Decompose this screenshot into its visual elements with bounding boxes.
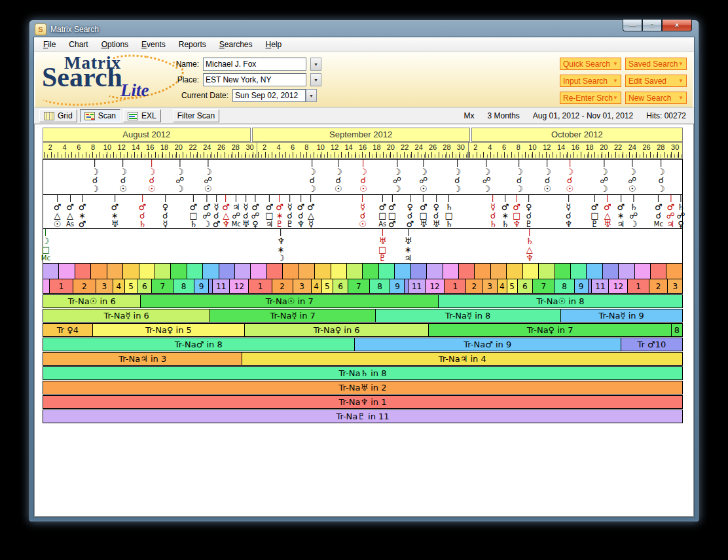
name-input[interactable] xyxy=(203,58,306,71)
title-bar[interactable]: S Matrix Search — □ × xyxy=(33,20,695,37)
menu-item-searches[interactable]: Searches xyxy=(213,39,259,50)
aspect-hit-column[interactable]: ☽☌☉ xyxy=(335,160,342,193)
band-segment-neptune[interactable]: Tr-Na♆ in 1 xyxy=(43,395,683,409)
band-segment-jupiter[interactable]: Tr-Na♃ in 4 xyxy=(242,352,683,366)
band-segment-venus[interactable]: Tr-Na♀ in 5 xyxy=(92,323,245,337)
aspect-hit-column[interactable]: ♂□♄ xyxy=(189,195,197,228)
aspect-hit-column[interactable]: ♂☍☽ xyxy=(202,195,211,228)
aspect-hit-column[interactable]: ♂☍♃ xyxy=(666,195,675,228)
aspect-hit-column[interactable]: ☿☌♄ xyxy=(489,195,497,228)
menu-item-file[interactable]: File xyxy=(37,39,62,50)
aspect-hit-column[interactable]: ☽☌☉ xyxy=(119,160,127,193)
band-segment-mercury[interactable]: Tr-Na☿ in 8 xyxy=(375,309,561,323)
current-date-dropdown-button[interactable]: ▼ xyxy=(306,89,317,102)
aspect-hit-column[interactable]: ☽☌☉ xyxy=(148,160,156,193)
saved-search-button[interactable]: Saved Search▼ xyxy=(625,58,687,70)
aspect-hit-column[interactable]: ☽☍☉ xyxy=(628,160,636,193)
aspect-hit-column[interactable]: ☽☍☽ xyxy=(175,160,184,193)
aspect-hit-column[interactable]: ☿☌♆ xyxy=(564,195,572,228)
band-segment-venus[interactable]: 8 xyxy=(671,323,683,337)
new-search-button[interactable]: New Search▼ xyxy=(625,92,687,104)
band-segment-sun[interactable]: Tr-Na☉ in 8 xyxy=(438,294,683,308)
aspect-hit-column[interactable]: ♂□As xyxy=(378,195,386,228)
band-segment-sun[interactable]: Tr-Na☉ in 6 xyxy=(43,294,141,308)
aspect-hit-column[interactable]: ☿☌♂ xyxy=(213,195,221,228)
aspect-hit-column[interactable]: ♂□♆ xyxy=(513,195,520,228)
aspect-hit-column[interactable]: ♂△♅ xyxy=(604,195,611,228)
aspect-hit-column[interactable]: ♆∗☽ xyxy=(277,229,285,262)
aspect-hit-column[interactable]: ♃☍Mc xyxy=(232,195,241,228)
aspect-hit-column[interactable]: ♂△As xyxy=(66,195,74,228)
aspect-hit-column[interactable]: ☿☌☉ xyxy=(359,195,367,228)
band-segment-saturn[interactable]: Tr-Na♄ in 8 xyxy=(43,366,683,380)
aspect-hit-column[interactable]: ♂∗♃ xyxy=(617,195,625,228)
menu-item-options[interactable]: Options xyxy=(95,39,135,50)
aspect-hit-column[interactable]: ☿☌♅ xyxy=(242,195,250,228)
band-segment-mars[interactable]: Tr ♂10 xyxy=(621,338,683,351)
band-segment-uranus[interactable]: Tr-Na♅ in 2 xyxy=(43,381,683,394)
name-dropdown-button[interactable]: ▼ xyxy=(310,58,321,71)
input-search-button[interactable]: Input Search▼ xyxy=(560,75,621,87)
band-segment-venus[interactable]: Tr-Na♀ in 7 xyxy=(428,323,671,337)
aspect-hit-column[interactable]: ♅□♇ xyxy=(378,229,386,262)
aspect-hit-column[interactable]: ☽☌☽ xyxy=(454,160,462,193)
band-segment-venus[interactable]: Tr-Na♀ in 6 xyxy=(244,323,429,337)
band-segment-venus[interactable]: Tr ♀4 xyxy=(43,323,93,337)
edit-saved-button[interactable]: Edit Saved▼ xyxy=(625,75,687,87)
exl-button[interactable]: EXL xyxy=(123,109,161,122)
aspect-hit-column[interactable]: ☽☌☽ xyxy=(515,160,523,193)
aspect-hit-column[interactable]: ♂∗♅ xyxy=(111,195,118,228)
band-segment-sun[interactable]: Tr-Na☉ in 7 xyxy=(140,294,439,308)
aspect-hit-column[interactable]: ♄☍♀ xyxy=(676,195,685,228)
aspect-hit-column[interactable]: ☽□Mc xyxy=(41,229,50,262)
aspect-hit-column[interactable]: ♂∗♄ xyxy=(501,195,509,228)
place-dropdown-button[interactable]: ▼ xyxy=(310,73,321,86)
aspect-hit-column[interactable]: ☽☍☉ xyxy=(204,160,212,193)
band-segment-mercury[interactable]: Tr-Na☿ in 6 xyxy=(43,309,210,323)
band-segment-mercury[interactable]: Tr-Na☿ in 9 xyxy=(560,309,683,323)
filter-scan-button[interactable]: Filter Scan xyxy=(173,109,219,122)
aspect-hit-column[interactable]: ♀☌♅ xyxy=(432,195,440,228)
aspect-hit-column[interactable]: ☽☍☉ xyxy=(419,160,428,193)
aspect-hit-column[interactable]: ♄□♄ xyxy=(445,195,453,228)
place-input[interactable] xyxy=(203,73,306,86)
aspect-hit-column[interactable]: ♂△♆ xyxy=(222,195,230,228)
aspect-hit-column[interactable]: ♄☍☽ xyxy=(629,195,638,228)
aspect-hit-column[interactable]: ♂☌♆ xyxy=(297,195,304,228)
menu-item-help[interactable]: Help xyxy=(259,39,289,50)
minimize-button[interactable]: — xyxy=(623,20,642,31)
grid-button[interactable]: Grid xyxy=(39,109,77,122)
aspect-hit-column[interactable]: ♂□♅ xyxy=(420,195,428,228)
band-segment-jupiter[interactable]: Tr-Na♃ in 3 xyxy=(43,352,242,366)
aspect-hit-column[interactable]: ♀☌☿ xyxy=(162,195,169,228)
band-segment-mars[interactable]: Tr-Na♂ in 8 xyxy=(43,338,355,351)
re-enter-srch-button[interactable]: Re-Enter Srch▼ xyxy=(560,92,621,104)
aspect-hit-column[interactable]: ☽☍☽ xyxy=(393,160,401,193)
band-segment-mercury[interactable]: Tr-Na☿ in 7 xyxy=(209,309,376,323)
aspect-hit-column[interactable]: ♀☌♇ xyxy=(525,195,533,228)
aspect-hit-column[interactable]: ♂☌♄ xyxy=(138,195,146,228)
aspect-hit-column[interactable]: ♀☌♂ xyxy=(406,195,414,228)
band-segment-mars[interactable]: Tr-Na♂ in 9 xyxy=(354,338,621,351)
aspect-hit-column[interactable]: ♂□♂ xyxy=(388,195,396,228)
aspect-hit-column[interactable]: ☽☌☽ xyxy=(308,160,316,193)
aspect-hit-column[interactable]: ♂☌Mc xyxy=(654,195,663,228)
aspect-hit-column[interactable]: ♂△☉ xyxy=(54,195,62,228)
aspect-hit-column[interactable]: ♂∗♂ xyxy=(79,195,86,228)
aspect-hit-column[interactable]: ☽☌☽ xyxy=(657,160,665,193)
aspect-hit-column[interactable]: ♂△☿ xyxy=(307,195,315,228)
aspect-hit-column[interactable]: ♂□♃ xyxy=(265,195,273,228)
menu-item-events[interactable]: Events xyxy=(135,39,172,50)
aspect-hit-column[interactable]: ♂□♇ xyxy=(591,195,598,228)
maximize-button[interactable]: □ xyxy=(642,20,662,31)
aspect-hit-column[interactable]: ☽☌☉ xyxy=(543,160,551,193)
aspect-hit-column[interactable]: ☽☌☽ xyxy=(91,160,99,193)
aspect-hit-column[interactable]: ☿☌♇ xyxy=(286,195,294,228)
aspect-hit-column[interactable]: ♅∗♃ xyxy=(404,229,412,262)
aspect-hit-column[interactable]: ♂☍♀ xyxy=(251,195,259,228)
menu-item-reports[interactable]: Reports xyxy=(172,39,213,50)
aspect-hit-column[interactable]: ☽☌☉ xyxy=(566,160,573,193)
aspect-hit-column[interactable]: ♂∗♇ xyxy=(276,195,283,228)
aspect-hit-column[interactable]: ☽☌☉ xyxy=(359,160,367,193)
aspect-hit-column[interactable]: ☽☍☽ xyxy=(482,160,491,193)
